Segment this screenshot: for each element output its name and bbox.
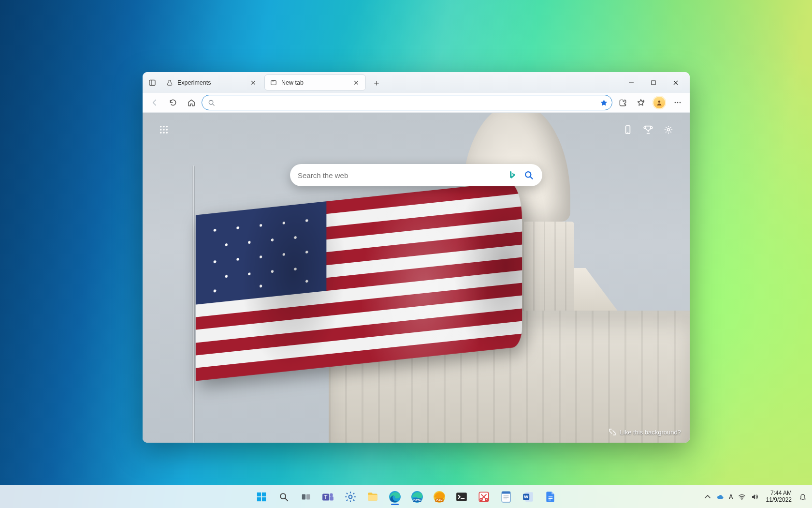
svg-rect-32 (257, 492, 261, 496)
svg-rect-0 (149, 80, 155, 85)
word-button[interactable]: W (519, 487, 538, 507)
svg-point-4 (272, 81, 273, 82)
tray-language-button[interactable]: A (729, 493, 733, 500)
terminal-icon (455, 491, 468, 503)
svg-text:W: W (524, 494, 529, 499)
svg-rect-3 (271, 80, 276, 85)
svg-point-20 (166, 126, 168, 128)
edge-beta-icon: BETA (411, 491, 423, 503)
tray-network-button[interactable] (738, 493, 746, 501)
maximize-button[interactable] (642, 75, 665, 90)
search-icon (524, 170, 534, 180)
back-button[interactable] (146, 95, 163, 110)
home-button[interactable] (183, 95, 200, 110)
web-search-bar[interactable] (290, 164, 542, 186)
tab-new-tab[interactable]: New tab ✕ (264, 75, 366, 90)
home-icon (187, 98, 196, 107)
docs-icon (544, 491, 557, 503)
tray-volume-button[interactable] (751, 493, 758, 501)
tray-overflow-button[interactable] (704, 493, 711, 501)
svg-text:CAN: CAN (436, 499, 443, 502)
svg-rect-34 (257, 497, 261, 501)
gear-icon (664, 125, 673, 134)
star-filled-icon (600, 99, 608, 107)
close-window-button[interactable] (665, 75, 687, 90)
phone-icon (623, 125, 633, 134)
svg-rect-43 (330, 496, 334, 500)
puzzle-icon (618, 98, 627, 107)
svg-rect-60 (456, 493, 467, 501)
tray-onedrive-button[interactable] (716, 493, 724, 501)
settings-app-button[interactable] (341, 487, 360, 507)
svg-point-16 (677, 102, 679, 104)
svg-point-22 (163, 129, 165, 131)
svg-line-52 (347, 499, 348, 500)
mobile-button[interactable] (619, 121, 637, 138)
svg-rect-33 (262, 492, 266, 496)
extensions-button[interactable] (614, 95, 631, 110)
svg-rect-35 (262, 497, 266, 501)
svg-point-23 (166, 129, 168, 131)
edge-beta-button[interactable]: BETA (407, 487, 427, 507)
refresh-button[interactable] (165, 95, 181, 110)
app-launcher-button[interactable] (155, 121, 173, 138)
start-button[interactable] (252, 487, 271, 507)
taskbar-search-button[interactable] (274, 487, 293, 507)
svg-point-24 (160, 132, 162, 134)
new-tab-button[interactable]: ＋ (370, 76, 383, 90)
page-settings-button[interactable] (660, 121, 677, 138)
svg-line-11 (213, 104, 214, 105)
address-bar[interactable] (202, 95, 612, 110)
edge-canary-icon: CAN (433, 491, 446, 503)
cloud-icon (716, 493, 724, 501)
svg-point-28 (627, 132, 628, 133)
tab-close-button[interactable]: ✕ (249, 78, 258, 87)
teams-button[interactable]: T (319, 487, 338, 507)
speaker-icon (751, 493, 758, 501)
svg-point-18 (160, 126, 162, 128)
file-explorer-button[interactable] (363, 487, 382, 507)
tray-time: 7:44 AM (766, 490, 792, 497)
edge-canary-button[interactable]: CAN (430, 487, 449, 507)
more-button[interactable] (669, 95, 686, 110)
hero-overlay: Like this background? (143, 113, 690, 443)
notifications-button[interactable] (797, 491, 809, 503)
like-background-label: Like this background? (620, 429, 681, 436)
task-view-button[interactable] (296, 487, 316, 507)
svg-point-5 (273, 81, 274, 82)
edge-button[interactable] (385, 487, 405, 507)
address-input[interactable] (219, 99, 596, 106)
snipping-tool-button[interactable] (474, 487, 493, 507)
google-docs-button[interactable] (541, 487, 560, 507)
web-search-input[interactable] (298, 171, 502, 179)
tab-title: New tab (281, 79, 348, 86)
back-icon (150, 98, 159, 107)
folder-icon (366, 491, 379, 503)
profile-button[interactable] (651, 95, 667, 110)
tab-actions-button[interactable] (145, 76, 159, 90)
ellipsis-icon (673, 98, 682, 107)
favorites-button[interactable] (633, 95, 649, 110)
terminal-button[interactable] (452, 487, 471, 507)
star-outline-icon (637, 98, 645, 107)
rewards-button[interactable] (639, 121, 657, 138)
svg-point-44 (349, 495, 352, 498)
bell-icon (799, 493, 807, 501)
teams-icon: T (322, 491, 334, 503)
tray-clock[interactable]: 7:44 AM 11/9/2022 (766, 490, 792, 504)
window-controls (620, 75, 687, 90)
svg-line-51 (353, 493, 354, 493)
svg-text:BETA: BETA (413, 499, 421, 502)
word-icon: W (522, 491, 535, 503)
gear-icon (344, 491, 357, 503)
svg-rect-39 (306, 494, 310, 499)
newtab-icon (270, 79, 277, 87)
notepad-button[interactable] (496, 487, 516, 507)
tab-experiments[interactable]: Experiments ✕ (161, 75, 262, 90)
like-background-hint[interactable]: Like this background? (609, 428, 681, 436)
search-submit-button[interactable] (523, 169, 535, 181)
tab-close-button[interactable]: ✕ (352, 78, 361, 87)
minimize-button[interactable] (620, 75, 642, 90)
favorite-button[interactable] (600, 99, 608, 107)
grid-icon (159, 125, 169, 134)
